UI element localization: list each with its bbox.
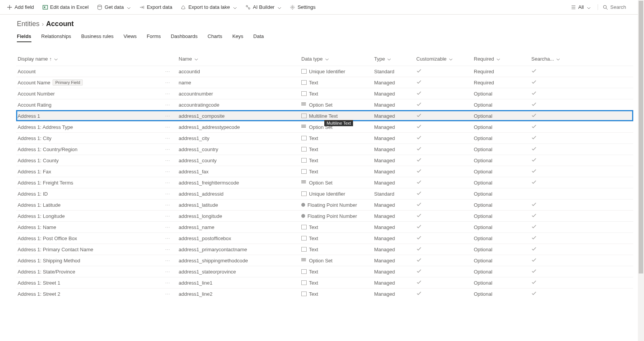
tab-fields[interactable]: Fields	[17, 33, 31, 42]
tab-keys[interactable]: Keys	[232, 33, 243, 42]
scrollbar-thumb[interactable]	[639, 1, 643, 273]
customizable-cell	[416, 291, 474, 297]
table-row[interactable]: Address 1: Street 1···address1_line1Text…	[16, 277, 633, 288]
row-more-button[interactable]: ···	[165, 180, 170, 185]
row-more-button[interactable]: ···	[165, 202, 170, 208]
searchable-cell	[531, 91, 562, 97]
breadcrumb-root[interactable]: Entities	[17, 20, 39, 28]
table-row[interactable]: Address 1: Primary Contact Name···addres…	[16, 244, 633, 255]
text-icon	[301, 158, 307, 163]
name-cell: address1_longitude	[179, 213, 301, 219]
svg-point-1	[98, 5, 102, 7]
name-cell: accountratingcode	[179, 102, 301, 108]
text-icon	[301, 136, 307, 140]
add-field-button[interactable]: Add field	[3, 2, 38, 12]
table-row[interactable]: Address 1: Latitude···address1_latitudeF…	[16, 199, 633, 210]
table-row[interactable]: Account···accountidUnique IdentifierStan…	[16, 66, 633, 77]
datatype-cell: Option Set	[309, 258, 332, 264]
text-icon	[301, 91, 307, 96]
row-more-button[interactable]: ···	[165, 247, 170, 252]
tab-charts[interactable]: Charts	[208, 33, 222, 42]
row-more-button[interactable]: ···	[165, 258, 170, 263]
col-type[interactable]: Type	[374, 56, 416, 62]
search-box[interactable]	[598, 4, 641, 10]
table-row[interactable]: Account Rating···accountratingcodeOption…	[16, 99, 633, 110]
table-row[interactable]: Account Number···accountnumberTextManage…	[16, 88, 633, 99]
searchable-cell	[531, 68, 562, 75]
datatype-cell: Unique Identifier	[309, 69, 345, 74]
table-row[interactable]: Account NamePrimary Field···nameTextMana…	[16, 77, 633, 88]
tab-views[interactable]: Views	[123, 33, 136, 42]
row-more-button[interactable]: ···	[165, 91, 170, 96]
type-cell: Managed	[374, 91, 416, 97]
edit-excel-button[interactable]: Edit data in Excel	[39, 2, 92, 12]
get-data-button[interactable]: Get data	[93, 2, 135, 12]
type-cell: Standard	[374, 191, 416, 197]
text-icon	[301, 169, 307, 174]
row-more-button[interactable]: ···	[165, 158, 170, 163]
customizable-cell	[416, 79, 474, 86]
tab-data[interactable]: Data	[253, 33, 264, 42]
datatype-cell: Text	[309, 158, 318, 163]
table-row[interactable]: Address 1: City···address1_cityTextManag…	[16, 132, 633, 143]
primary-field-badge: Primary Field	[53, 79, 83, 86]
view-filter-button[interactable]: All	[567, 2, 595, 12]
table-row[interactable]: Address 1: Name···address1_nameTextManag…	[16, 221, 633, 232]
col-name[interactable]: Name	[179, 56, 301, 62]
vertical-scrollbar[interactable]	[638, 0, 644, 299]
col-customizable[interactable]: Customizable	[416, 56, 474, 62]
row-more-button[interactable]: ···	[165, 291, 170, 297]
row-more-button[interactable]: ···	[165, 213, 170, 219]
type-cell: Managed	[374, 113, 416, 119]
row-more-button[interactable]: ···	[165, 113, 170, 119]
row-more-button[interactable]: ···	[165, 191, 170, 196]
datatype-cell: Text	[309, 291, 318, 297]
searchable-cell	[531, 235, 562, 242]
tab-dashboards[interactable]: Dashboards	[171, 33, 197, 42]
row-more-button[interactable]: ···	[165, 102, 170, 107]
col-searchable[interactable]: Searcha...	[531, 56, 562, 62]
required-cell: Optional	[474, 158, 531, 163]
searchable-cell	[531, 146, 562, 153]
export-lake-button[interactable]: Export to data lake	[177, 2, 240, 12]
settings-button[interactable]: Settings	[286, 2, 319, 12]
table-row[interactable]: Address 1: Fax···address1_faxTextManaged…	[16, 166, 633, 177]
required-cell: Optional	[474, 258, 531, 264]
table-row[interactable]: Address 1: Street 2···address1_line2Text…	[16, 288, 633, 299]
row-more-button[interactable]: ···	[165, 280, 170, 285]
view-filter-label: All	[578, 4, 584, 10]
table-row[interactable]: Address 1: County···address1_countyTextM…	[16, 155, 633, 166]
ai-builder-button[interactable]: AI Builder	[242, 2, 285, 12]
col-display-name[interactable]: Display name ↑	[18, 56, 179, 62]
row-more-button[interactable]: ···	[165, 80, 170, 85]
text-icon	[301, 69, 307, 74]
table-row[interactable]: Address 1: State/Province···address1_sta…	[16, 266, 633, 277]
table-row[interactable]: Address 1: Address Type···address1_addre…	[16, 121, 633, 132]
col-required[interactable]: Required	[474, 56, 531, 62]
table-row[interactable]: Address 1: Post Office Box···address1_po…	[16, 232, 633, 244]
tab-business-rules[interactable]: Business rules	[81, 33, 114, 42]
table-row[interactable]: Address 1: Longitude···address1_longitud…	[16, 210, 633, 221]
tab-relationships[interactable]: Relationships	[41, 33, 71, 42]
export-data-button[interactable]: Export data	[135, 2, 176, 12]
searchable-cell	[531, 269, 562, 275]
col-data-type[interactable]: Data type	[301, 56, 374, 62]
row-more-button[interactable]: ···	[165, 224, 170, 230]
search-input[interactable]	[610, 4, 641, 10]
row-more-button[interactable]: ···	[165, 124, 170, 130]
table-row[interactable]: Address 1: Shipping Method···address1_sh…	[16, 255, 633, 266]
tab-forms[interactable]: Forms	[147, 33, 161, 42]
table-row[interactable]: Address 1···address1_compositeMultiline …	[16, 110, 633, 121]
row-more-button[interactable]: ···	[165, 236, 170, 241]
excel-icon	[43, 5, 48, 10]
row-more-button[interactable]: ···	[165, 169, 170, 174]
row-more-button[interactable]: ···	[165, 69, 170, 74]
table-row[interactable]: Address 1: ID···address1_addressidUnique…	[16, 188, 633, 199]
table-row[interactable]: Address 1: Freight Terms···address1_frei…	[16, 177, 633, 188]
table-row[interactable]: Address 1: Country/Region···address1_cou…	[16, 143, 633, 155]
row-more-button[interactable]: ···	[165, 135, 170, 141]
type-cell: Managed	[374, 147, 416, 152]
row-more-button[interactable]: ···	[165, 269, 170, 274]
display-name-cell: Address 1: Longitude	[18, 213, 65, 219]
row-more-button[interactable]: ···	[165, 147, 170, 152]
